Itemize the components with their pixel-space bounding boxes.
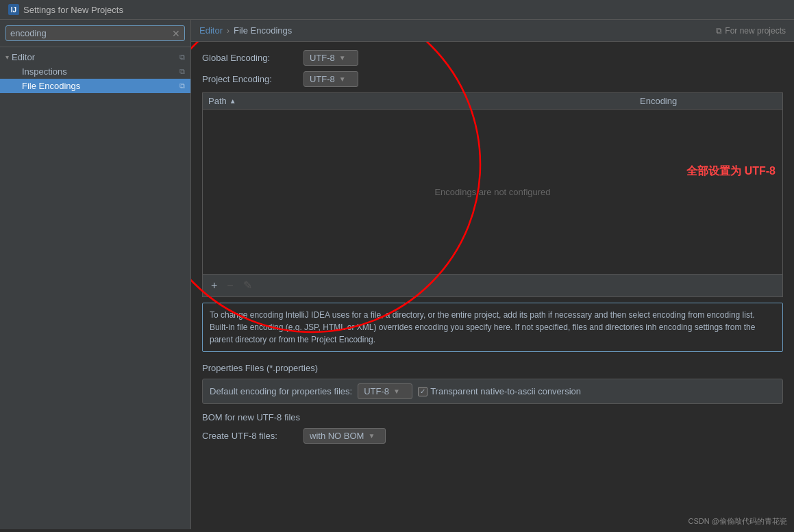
dropdown-arrow-props: ▼ [393,388,400,395]
bom-row: Create UTF-8 files: with NO BOM ▼ [202,428,783,444]
window-title: Settings for New Projects [23,5,123,15]
content-scroll: Global Encoding: UTF-8 ▼ Project Encodin… [191,42,794,529]
properties-section-title: Properties Files (*.properties) [202,363,783,373]
remove-path-button[interactable]: − [224,279,236,292]
app-icon: IJ [8,4,19,15]
search-input[interactable] [10,28,169,38]
chevron-down-icon: ▾ [5,53,9,61]
table-column-encoding: Encoding [640,96,777,106]
global-encoding-dropdown[interactable]: UTF-8 ▼ [303,50,358,66]
transparent-label: Transparent native-to-ascii conversion [430,386,581,396]
content-area: Editor › File Encodings ⧉ For new projec… [191,20,794,529]
editor-section: ▾ Editor ⧉ Inspections ⧉ File Encodings … [0,50,190,93]
breadcrumb-editor[interactable]: Editor [199,25,223,36]
sidebar-file-encodings-label: File Encodings [22,81,80,91]
search-clear-icon[interactable]: ✕ [172,29,180,38]
sidebar-tree: ▾ Editor ⧉ Inspections ⧉ File Encodings … [0,47,190,529]
properties-row: Default encoding for properties files: U… [202,379,783,404]
info-text: To change encoding IntelliJ IDEA uses fo… [210,310,755,344]
sidebar-item-editor[interactable]: ▾ Editor ⧉ [0,50,190,64]
copy-icon-file-encodings: ⧉ [179,81,185,90]
project-encoding-label: Project Encoding: [202,74,298,84]
breadcrumb-separator: › [227,26,229,36]
main-container: ✕ ▾ Editor ⧉ Inspections ⧉ File Encoding [0,20,794,529]
sidebar-item-file-encodings[interactable]: File Encodings ⧉ [0,79,190,93]
sidebar-editor-label: Editor [12,52,35,62]
dropdown-arrow-bom: ▼ [368,432,375,440]
title-bar: IJ Settings for New Projects [0,0,794,20]
copy-icon: ⧉ [179,53,185,62]
content-header: Editor › File Encodings ⧉ For new projec… [191,20,794,42]
dropdown-arrow-project: ▼ [339,75,346,83]
project-encoding-row: Project Encoding: UTF-8 ▼ [202,71,783,87]
for-new-projects-label: For new projects [725,26,786,36]
create-utf8-label: Create UTF-8 files: [202,431,298,441]
search-bar: ✕ [0,20,190,47]
table-column-path: Path ▲ [208,96,640,106]
transparent-checkbox[interactable]: ✓ [418,387,427,396]
global-encoding-label: Global Encoding: [202,53,298,63]
sidebar: ✕ ▾ Editor ⧉ Inspections ⧉ File Encoding [0,20,191,529]
table-toolbar: + − ✎ [203,274,782,296]
sidebar-inspections-label: Inspections [22,66,67,77]
properties-encoding-dropdown[interactable]: UTF-8 ▼ [358,383,412,399]
table-body: Encodings are not configured 全部设置为 UTF-8 [203,110,782,274]
for-new-projects: ⧉ For new projects [716,26,786,36]
empty-message: Encodings are not configured [434,187,550,197]
info-box: To change encoding IntelliJ IDEA uses fo… [202,303,783,352]
search-wrapper[interactable]: ✕ [5,25,185,41]
path-encoding-table: Path ▲ Encoding Encodings are not config… [202,92,783,297]
edit-path-button[interactable]: ✎ [240,279,255,292]
add-path-button[interactable]: + [208,279,220,292]
for-new-projects-icon: ⧉ [716,26,722,36]
breadcrumb-file-encodings: File Encodings [234,25,292,36]
transparent-conversion-checkbox-wrapper[interactable]: ✓ Transparent native-to-ascii conversion [418,386,581,396]
sidebar-item-inspections[interactable]: Inspections ⧉ [0,64,190,79]
global-encoding-row: Global Encoding: UTF-8 ▼ [202,50,783,66]
watermark: CSDN @偷偷敲代码的青花瓷 [688,516,787,527]
dropdown-arrow-global: ▼ [339,54,346,62]
bom-dropdown[interactable]: with NO BOM ▼ [303,428,386,444]
table-header: Path ▲ Encoding [203,93,782,110]
copy-icon-inspections: ⧉ [179,67,185,76]
annotation-text: 全部设置为 UTF-8 [686,164,776,179]
sort-icon[interactable]: ▲ [229,97,236,105]
default-encoding-label: Default encoding for properties files: [210,386,352,396]
project-encoding-dropdown[interactable]: UTF-8 ▼ [303,71,358,87]
bom-section-title: BOM for new UTF-8 files [202,412,783,422]
